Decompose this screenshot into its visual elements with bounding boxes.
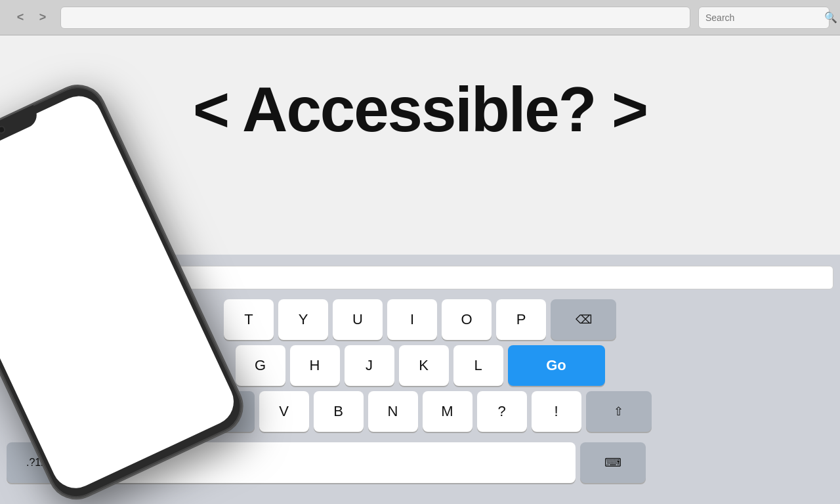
key-exclaim[interactable]: ! [532, 391, 581, 432]
key-J[interactable]: J [345, 345, 394, 386]
go-button[interactable]: Go [508, 345, 605, 386]
keyboard-icon: ⌨ [604, 455, 621, 470]
key-B[interactable]: B [314, 391, 364, 432]
key-M[interactable]: M [423, 391, 472, 432]
forward-button[interactable]: > [33, 8, 52, 28]
key-H[interactable]: H [290, 345, 340, 386]
key-L[interactable]: L [453, 345, 503, 386]
key-I[interactable]: I [387, 299, 437, 340]
url-bar[interactable] [60, 7, 690, 29]
shift-right-key[interactable]: ⇧ [586, 391, 652, 432]
main-heading: < Accessible? > [0, 75, 840, 144]
search-bar-container: 🔍 [698, 7, 830, 29]
main-content: < Accessible? > T Y U I O P [0, 35, 840, 504]
search-input[interactable] [705, 12, 820, 23]
shift-right-icon: ⇧ [614, 404, 623, 419]
keyboard-dismiss-key[interactable]: ⌨ [580, 442, 646, 483]
key-N[interactable]: N [368, 391, 418, 432]
browser-chrome: < > 🔍 [0, 0, 840, 35]
search-icon: 🔍 [824, 11, 837, 24]
back-button[interactable]: < [10, 8, 30, 28]
key-Y[interactable]: Y [278, 299, 328, 340]
key-P[interactable]: P [496, 299, 546, 340]
key-O[interactable]: O [442, 299, 492, 340]
key-T[interactable]: T [224, 299, 274, 340]
nav-buttons: < > [10, 8, 52, 28]
key-U[interactable]: U [333, 299, 383, 340]
key-K[interactable]: K [399, 345, 449, 386]
key-question[interactable]: ? [477, 391, 527, 432]
key-V[interactable]: V [259, 391, 309, 432]
key-G[interactable]: G [236, 345, 285, 386]
delete-icon: ⌫ [576, 312, 592, 327]
delete-key[interactable]: ⌫ [551, 299, 616, 340]
